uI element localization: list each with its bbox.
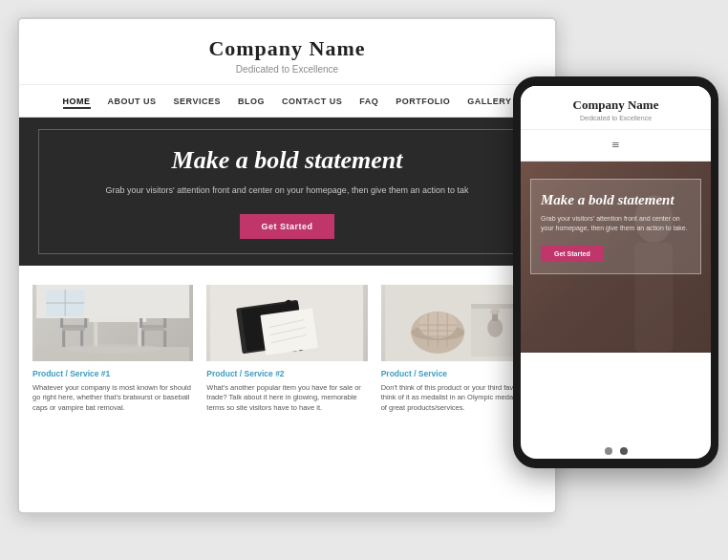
- svg-rect-12: [141, 328, 164, 331]
- mobile-tagline: Dedicated to Excellence: [530, 115, 701, 121]
- desktop-hero: Make a bold statement Grab your visitors…: [19, 118, 555, 266]
- product-title-1: Product / Service #1: [32, 369, 193, 378]
- product-card-1: Product / Service #1 Whatever your compa…: [32, 285, 193, 414]
- product-desc-1: Whatever your company is most known for …: [32, 383, 193, 414]
- mobile-company-name: Company Name: [530, 97, 701, 113]
- svg-rect-5: [62, 328, 85, 331]
- product-image-2: [206, 285, 367, 361]
- svg-rect-9: [62, 331, 65, 347]
- nav-item-contact[interactable]: CONTACT US: [282, 97, 342, 109]
- mobile-hero-title: Make a bold statement: [541, 191, 691, 208]
- mobile-home-indicator: [605, 447, 628, 455]
- svg-rect-4: [60, 325, 87, 328]
- desktop-cta-button[interactable]: Get Started: [240, 214, 333, 239]
- svg-rect-11: [139, 325, 166, 328]
- desktop-company-name: Company Name: [29, 36, 546, 61]
- mobile-hero-subtitle: Grab your visitors' attention front and …: [541, 214, 691, 233]
- svg-rect-10: [80, 331, 83, 347]
- desktop-products-section: Product / Service #1 Whatever your compa…: [19, 266, 555, 423]
- hamburger-icon: ≡: [612, 138, 620, 152]
- svg-rect-1: [89, 318, 146, 322]
- svg-rect-17: [163, 331, 166, 347]
- nav-item-about[interactable]: ABOUT US: [108, 97, 157, 109]
- indicator-dot-2: [620, 447, 628, 455]
- nav-item-services[interactable]: SERVICES: [174, 97, 221, 109]
- desktop-header: Company Name Dedicated to Excellence: [19, 19, 555, 85]
- nav-item-blog[interactable]: BLOG: [238, 97, 265, 109]
- nav-item-faq[interactable]: FAQ: [359, 97, 378, 109]
- svg-point-37: [490, 309, 500, 314]
- nav-item-portfolio[interactable]: PORTFOLIO: [396, 97, 450, 109]
- product-title-2: Product / Service #2: [206, 369, 367, 378]
- svg-rect-28: [261, 308, 318, 355]
- mobile-screen: Company Name Dedicated to Excellence ≡ M…: [521, 86, 711, 459]
- mobile-hero-overlay: Make a bold statement Grab your visitors…: [530, 179, 701, 274]
- mobile-hamburger-button[interactable]: ≡: [521, 130, 711, 162]
- svg-rect-2: [94, 322, 97, 347]
- desktop-hero-title: Make a bold statement: [76, 146, 498, 175]
- mobile-hero: Make a bold statement Grab your visitors…: [521, 162, 711, 353]
- mobile-cta-button[interactable]: Get Started: [541, 246, 604, 262]
- indicator-dot-1: [605, 447, 612, 455]
- desktop-nav: HOME ABOUT US SERVICES BLOG CONTACT US F…: [19, 85, 555, 118]
- nav-item-home[interactable]: HOME: [63, 97, 91, 109]
- svg-point-18: [65, 344, 161, 354]
- product-desc-2: What's another popular item you have for…: [206, 383, 367, 414]
- mobile-header: Company Name Dedicated to Excellence: [521, 86, 711, 130]
- mobile-mockup: Company Name Dedicated to Excellence ≡ M…: [513, 76, 718, 468]
- svg-rect-16: [141, 331, 144, 347]
- desktop-mockup: Company Name Dedicated to Excellence HOM…: [17, 17, 557, 514]
- desktop-hero-subtitle: Grab your visitors' attention front and …: [76, 184, 498, 197]
- desktop-tagline: Dedicated to Excellence: [29, 64, 546, 75]
- product-image-1: [32, 285, 193, 361]
- nav-item-gallery[interactable]: GALLERY: [467, 97, 511, 109]
- product-card-2: Product / Service #2 What's another popu…: [206, 285, 367, 414]
